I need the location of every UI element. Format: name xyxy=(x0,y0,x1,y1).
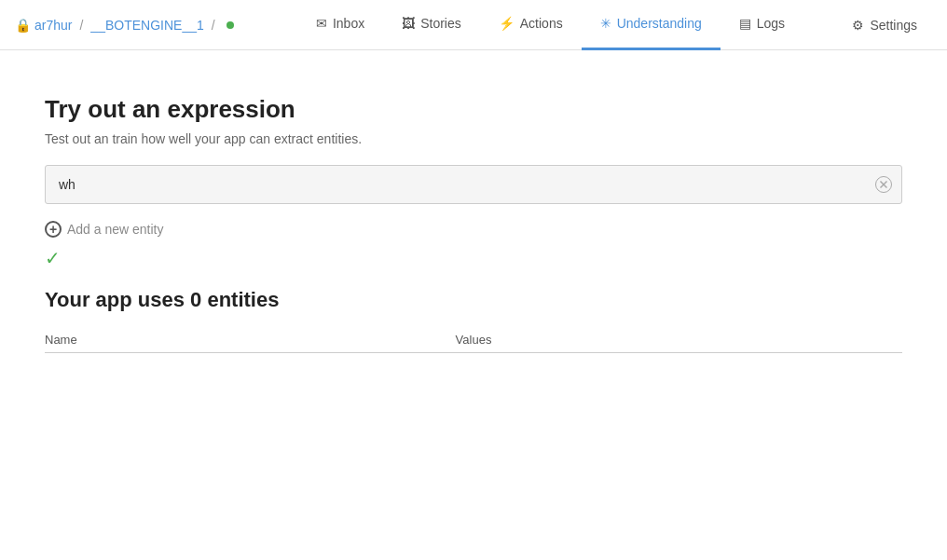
nav-link-understanding-label: Understanding xyxy=(617,16,702,31)
nav-link-inbox[interactable]: ✉ Inbox xyxy=(297,0,383,50)
settings-button[interactable]: ⚙ Settings xyxy=(837,0,932,50)
nav-link-actions-label: Actions xyxy=(520,16,563,31)
nav-brand: 🔒 ar7hur / __BOTENGINE__1 / xyxy=(15,18,234,33)
settings-icon: ⚙ xyxy=(852,18,864,33)
add-entity-plus-icon[interactable]: + xyxy=(45,221,62,238)
nav-username-link[interactable]: ar7hur xyxy=(34,18,72,33)
nav-sep-2: / xyxy=(212,18,215,33)
entities-table: Name Values xyxy=(45,327,902,353)
entities-heading: Your app uses 0 entities xyxy=(45,288,902,312)
page-title: Try out an expression xyxy=(45,95,902,124)
nav-link-understanding[interactable]: ✳ Understanding xyxy=(582,0,721,50)
nav-link-logs-label: Logs xyxy=(757,16,785,31)
stories-icon: 🖼 xyxy=(402,16,415,31)
page-subtitle: Test out an train how well your app can … xyxy=(45,131,902,146)
nav-link-logs[interactable]: ▤ Logs xyxy=(721,0,803,50)
actions-icon: ⚡ xyxy=(499,16,515,31)
nav-sep-1: / xyxy=(79,18,83,33)
table-col-name: Name xyxy=(45,327,456,353)
add-entity-label: Add a new entity xyxy=(67,222,164,237)
nav-link-actions[interactable]: ⚡ Actions xyxy=(480,0,582,50)
top-navigation: 🔒 ar7hur / __BOTENGINE__1 / ✉ Inbox 🖼 St… xyxy=(0,0,947,50)
nav-links: ✉ Inbox 🖼 Stories ⚡ Actions ✳ Understand… xyxy=(264,0,838,50)
nav-link-stories[interactable]: 🖼 Stories xyxy=(383,0,480,50)
settings-label: Settings xyxy=(870,18,917,33)
check-mark-icon: ✓ xyxy=(45,247,902,269)
nav-link-stories-label: Stories xyxy=(420,16,461,31)
nav-bot-name[interactable]: __BOTENGINE__1 xyxy=(90,18,203,33)
status-dot xyxy=(226,21,234,29)
table-col-values: Values xyxy=(456,327,902,353)
main-content: Try out an expression Test out an train … xyxy=(0,50,947,383)
lock-icon: 🔒 xyxy=(15,18,31,33)
logs-icon: ▤ xyxy=(739,16,751,31)
expression-input[interactable] xyxy=(55,177,875,192)
add-entity-row[interactable]: + Add a new entity xyxy=(45,221,902,238)
expression-input-wrapper xyxy=(45,165,902,204)
inbox-icon: ✉ xyxy=(316,16,327,31)
understanding-icon: ✳ xyxy=(600,16,611,31)
nav-link-inbox-label: Inbox xyxy=(333,16,364,31)
clear-icon[interactable] xyxy=(875,176,892,193)
